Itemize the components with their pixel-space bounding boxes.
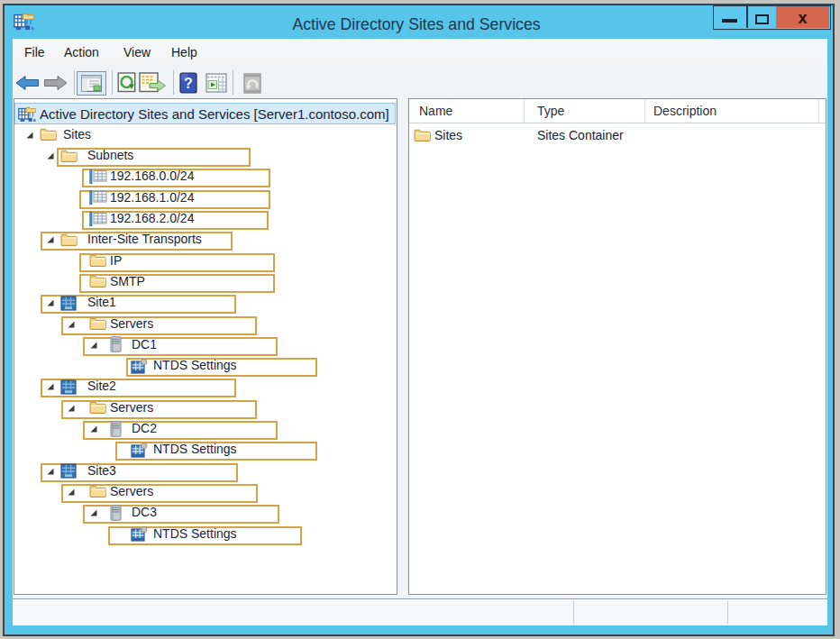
svg-text:?: ? xyxy=(184,76,193,91)
